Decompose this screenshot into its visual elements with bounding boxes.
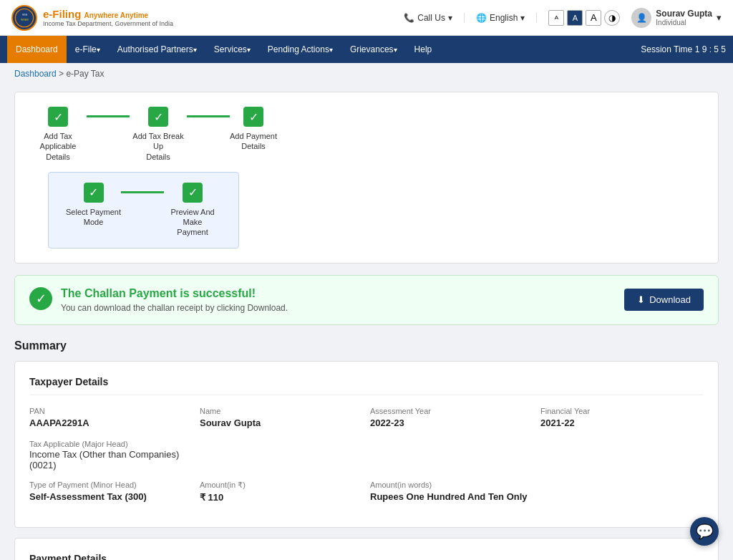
user-chevron-icon: ▾ <box>717 12 722 23</box>
language-selector[interactable]: 🌐 English ▾ <box>476 13 537 23</box>
nav-help[interactable]: Help <box>406 36 441 63</box>
pan-field: PAN AAAPA2291A <box>29 407 193 428</box>
step-1-label: Add Tax ApplicableDetails <box>29 131 87 162</box>
step-3-circle: ✓ <box>243 107 263 127</box>
sub-step-1-circle: ✓ <box>84 183 104 203</box>
breadcrumb-separator: > <box>57 69 67 79</box>
connector-1 <box>87 115 130 117</box>
success-icon: ✓ <box>29 287 52 310</box>
tax-applicable-field: Tax Applicable (Major Head) Income Tax (… <box>29 438 704 470</box>
name-label: Name <box>200 407 363 415</box>
financial-year-value: 2021-22 <box>540 417 704 428</box>
contrast-button[interactable]: ◑ <box>604 10 620 26</box>
font-small-button[interactable]: A <box>548 10 564 26</box>
breadcrumb: Dashboard > e-Pay Tax <box>0 63 733 85</box>
assessment-year-label: Assessment Year <box>370 407 533 415</box>
pan-value: AAAPA2291A <box>29 417 193 428</box>
breadcrumb-dashboard[interactable]: Dashboard <box>14 69 57 79</box>
name-field: Name Sourav Gupta <box>200 407 363 428</box>
success-heading: The Challan Payment is successful! <box>61 287 288 300</box>
amount-label: Amount(in ₹) <box>200 481 363 490</box>
logo-title: e-Filing Anywhere Anytime <box>43 8 173 20</box>
nav-services[interactable]: Services <box>205 36 259 63</box>
financial-year-label: Financial Year <box>540 407 704 415</box>
header: भारत सरकार e-Filing Anywhere Anytime Inc… <box>0 0 733 36</box>
pan-label: PAN <box>29 407 193 415</box>
sub-step-1: ✓ Select PaymentMode <box>66 183 121 228</box>
success-description: You can download the challan receipt by … <box>61 303 288 313</box>
tax-applicable-value: Income Tax (Other than Companies)(0021) <box>29 449 704 470</box>
svg-text:भारत: भारत <box>22 13 28 16</box>
font-size-controls: A A A ◑ <box>548 10 620 26</box>
payment-type-label: Type of Payment (Minor Head) <box>29 481 193 489</box>
sub-steps: ✓ Select PaymentMode ✓ Preview And MakeP… <box>48 172 239 248</box>
logo-subtitle: Income Tax Department, Government of Ind… <box>43 20 173 27</box>
payment-details-card: Payment Details CIN 22051900000028FDRL P… <box>14 538 719 560</box>
font-medium-button[interactable]: A <box>567 10 583 26</box>
lang-chevron-icon: ▾ <box>520 13 525 23</box>
call-us-button[interactable]: 📞 Call Us ▾ <box>404 13 465 23</box>
svg-text:सरकार: सरकार <box>20 19 29 21</box>
taxpayer-details-card: Taxpayer Details PAN AAAPA2291A Name Sou… <box>14 361 719 528</box>
chat-icon: 💬 <box>696 523 714 540</box>
assessment-year-value: 2022-23 <box>370 417 533 428</box>
summary-title: Summary <box>14 339 719 352</box>
user-menu[interactable]: 👤 Sourav Gupta Individual ▾ <box>631 8 722 28</box>
step-3: ✓ Add PaymentDetails <box>230 107 277 152</box>
amount-words-value: Rupees One Hundred And Ten Only <box>370 491 704 502</box>
step-2-circle: ✓ <box>148 107 168 127</box>
taxpayer-section-title: Taxpayer Details <box>29 376 704 395</box>
amount-words-field: Amount(in words) Rupees One Hundred And … <box>370 481 704 503</box>
step-line-1 <box>87 115 130 117</box>
name-value: Sourav Gupta <box>200 417 363 428</box>
sub-connector <box>121 191 164 193</box>
logo-area: भारत सरकार e-Filing Anywhere Anytime Inc… <box>11 5 404 31</box>
font-large-button[interactable]: A <box>586 10 601 26</box>
taxpayer-grid-top: PAN AAAPA2291A Name Sourav Gupta Assessm… <box>29 407 704 428</box>
sub-step-2: ✓ Preview And MakePayment <box>164 183 221 238</box>
download-icon: ⬇ <box>637 294 645 305</box>
payment-type-field: Type of Payment (Minor Head) Self-Assess… <box>29 481 193 503</box>
amount-words-label: Amount(in words) <box>370 481 704 489</box>
call-chevron-icon: ▾ <box>448 13 452 23</box>
success-text: The Challan Payment is successful! You c… <box>61 287 288 313</box>
steps-container: ✓ Add Tax ApplicableDetails ✓ Add Tax Br… <box>14 92 719 264</box>
step-1-circle: ✓ <box>48 107 68 127</box>
connector-2 <box>187 115 230 117</box>
sub-step-2-circle: ✓ <box>183 183 203 203</box>
success-banner: ✓ The Challan Payment is successful! You… <box>14 275 719 325</box>
user-info: Sourav Gupta Individual <box>656 9 712 26</box>
tax-applicable-label: Tax Applicable (Major Head) <box>29 440 128 448</box>
logo-emblem: भारत सरकार <box>11 5 37 31</box>
amount-field: Amount(in ₹) ₹ 110 <box>200 481 363 503</box>
header-tools: 📞 Call Us ▾ 🌐 English ▾ A A A ◑ 👤 Sourav… <box>404 8 722 28</box>
nav-efile[interactable]: e-File <box>67 36 109 63</box>
logo-text: e-Filing Anywhere Anytime Income Tax Dep… <box>43 8 173 27</box>
nav-dashboard[interactable]: Dashboard <box>7 36 67 63</box>
sub-step-line <box>121 191 164 193</box>
nav-grievances[interactable]: Grievances <box>341 36 406 63</box>
breadcrumb-current: e-Pay Tax <box>66 69 104 79</box>
session-time: Session Time 1 9 : 5 5 <box>641 44 726 54</box>
step-1: ✓ Add Tax ApplicableDetails <box>29 107 87 162</box>
taxpayer-grid-bottom: Type of Payment (Minor Head) Self-Assess… <box>29 481 704 503</box>
amount-value: ₹ 110 <box>200 492 363 503</box>
user-avatar: 👤 <box>631 8 651 28</box>
financial-year-field: Financial Year 2021-22 <box>540 407 704 428</box>
sub-step-1-label: Select PaymentMode <box>66 207 121 228</box>
step-2-label: Add Tax Break UpDetails <box>130 131 187 162</box>
payment-type-value: Self-Assessment Tax (300) <box>29 491 193 502</box>
success-content: ✓ The Challan Payment is successful! You… <box>29 287 288 313</box>
payment-section-title: Payment Details <box>29 553 704 560</box>
step-2: ✓ Add Tax Break UpDetails <box>130 107 187 162</box>
svg-point-0 <box>15 9 33 26</box>
main-steps: ✓ Add Tax ApplicableDetails ✓ Add Tax Br… <box>29 107 704 162</box>
nav-pending-actions[interactable]: Pending Actions <box>259 36 341 63</box>
main-content: ✓ Add Tax ApplicableDetails ✓ Add Tax Br… <box>0 85 733 560</box>
step-3-label: Add PaymentDetails <box>230 131 277 152</box>
chat-bubble-button[interactable]: 💬 <box>690 517 719 546</box>
nav-authorised-partners[interactable]: Authorised Partners <box>109 36 205 63</box>
assessment-year-field: Assessment Year 2022-23 <box>370 407 533 428</box>
sub-step-2-label: Preview And MakePayment <box>164 207 221 238</box>
success-download-button[interactable]: ⬇ Download <box>624 289 704 311</box>
